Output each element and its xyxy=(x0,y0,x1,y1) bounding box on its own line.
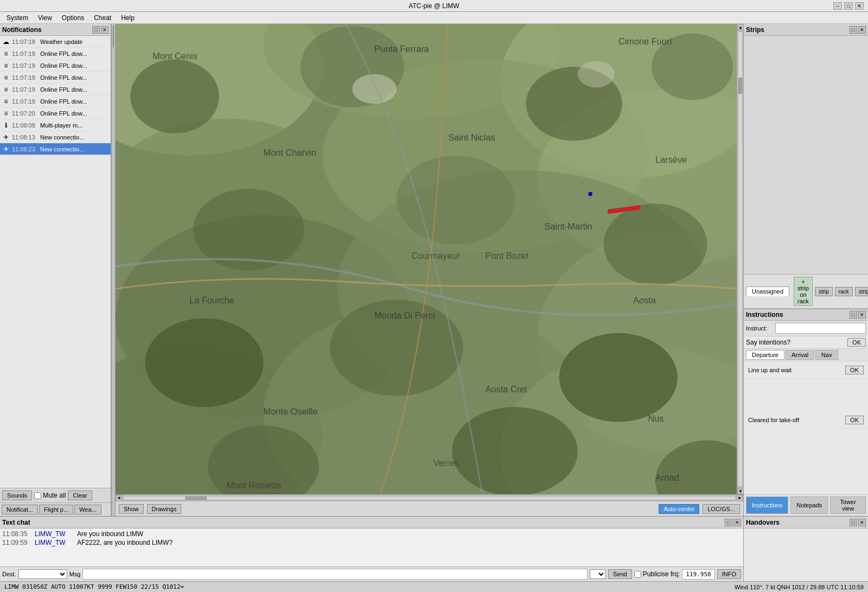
text-chat-close-btn[interactable]: ✕ xyxy=(733,519,741,526)
send-button[interactable]: Send xyxy=(608,569,632,579)
tab-nav[interactable]: Nav xyxy=(815,350,838,360)
handovers-pin-btn[interactable]: □ xyxy=(850,519,857,526)
add-strip-button[interactable]: + strip on rack xyxy=(794,277,813,306)
strips-header: Strips □ ✕ xyxy=(744,24,868,36)
menu-help[interactable]: Help xyxy=(117,13,139,23)
scroll-right-arrow[interactable]: ► xyxy=(737,495,743,501)
tab-arrival[interactable]: Arrival xyxy=(786,350,814,360)
status-right: Wind 110°, 7 kt QNH 1012 / 29.88 UTC 11:… xyxy=(735,584,864,590)
notification-item[interactable]: ≡ 11:07:19 Online FPL dow... xyxy=(0,96,111,107)
notif-time: 11:08:08 xyxy=(12,122,38,129)
map-vertical-scrollbar[interactable]: ▲ ▼ xyxy=(737,24,743,494)
instructions-pin-btn[interactable]: □ xyxy=(850,311,857,319)
instruction-ok-btn-1[interactable]: OK xyxy=(845,416,864,424)
map-horizontal-scrollbar[interactable]: ◄ ► xyxy=(116,494,743,501)
tab-notifications[interactable]: Notificat... xyxy=(2,505,38,514)
publicise-frq-checkbox[interactable] xyxy=(634,571,641,578)
mute-all-label[interactable]: Mute all xyxy=(34,492,66,499)
sounds-button[interactable]: Sounds xyxy=(2,491,32,500)
minimize-button[interactable]: – xyxy=(833,2,842,10)
svg-point-27 xyxy=(578,61,615,87)
dest-select[interactable] xyxy=(18,569,67,579)
svg-text:Larséve: Larséve xyxy=(655,155,687,164)
instruct-row: Instruct: xyxy=(744,321,868,336)
tab-instructions[interactable]: Instructions xyxy=(746,496,788,514)
bottom-area: Text chat □ ✕ 11:08:35 LIMW_TW Are you i… xyxy=(0,516,868,592)
notifications-pin-btn[interactable]: □ xyxy=(92,26,100,34)
auto-centre-button[interactable]: Auto-centre xyxy=(659,504,699,514)
notif-time: 11:08:13 xyxy=(12,134,38,141)
tab-departure[interactable]: Departure xyxy=(746,350,784,360)
tab-weather[interactable]: Wea... xyxy=(74,505,101,514)
strips-close-btn[interactable]: ✕ xyxy=(858,26,866,34)
notif-time: 11:07:18 xyxy=(12,39,38,45)
strip2-btn[interactable]: strip xyxy=(855,287,868,296)
notifications-close-btn[interactable]: ✕ xyxy=(101,26,108,34)
scroll-track[interactable] xyxy=(738,31,743,487)
tab-tower-view[interactable]: Tower view xyxy=(830,496,866,514)
titlebar-controls: – □ ✕ xyxy=(833,2,864,10)
instructions-close-btn[interactable]: ✕ xyxy=(858,311,866,319)
tab-notepads[interactable]: Notepads xyxy=(790,496,828,514)
notif-text: New connectio... xyxy=(40,134,84,141)
equals-icon: ≡ xyxy=(2,50,10,58)
mute-all-checkbox[interactable] xyxy=(34,492,41,499)
svg-text:Saint-Martin: Saint-Martin xyxy=(545,221,592,231)
text-chat-pin-btn[interactable]: □ xyxy=(725,519,732,526)
strips-toolbar: Unassigned + strip on rack strip rack st… xyxy=(744,275,868,309)
notification-item[interactable]: ≡ 11:07:19 Online FPL dow... xyxy=(0,72,111,84)
svg-text:Mont Cenis: Mont Cenis xyxy=(152,51,197,61)
instruction-ok-btn-0[interactable]: OK xyxy=(845,366,864,374)
handovers-close-btn[interactable]: ✕ xyxy=(858,519,866,526)
message-input[interactable] xyxy=(82,569,587,580)
show-button[interactable]: Show xyxy=(119,504,144,514)
equals-icon: ≡ xyxy=(2,86,10,93)
svg-point-26 xyxy=(352,74,397,104)
drawings-button[interactable]: Drawings xyxy=(147,504,182,514)
hscroll-track[interactable] xyxy=(123,496,736,500)
notification-item[interactable]: ≡ 11:07:19 Online FPL dow... xyxy=(0,84,111,96)
scroll-down-arrow[interactable]: ▼ xyxy=(737,488,743,494)
menu-cheat[interactable]: Cheat xyxy=(90,13,116,23)
notification-item[interactable]: ☁ 11:07:18 Weather update xyxy=(0,36,111,48)
notification-item[interactable]: ≡ 11:07:19 Online FPL dow... xyxy=(0,48,111,60)
notif-text: Multi-player m... xyxy=(40,122,82,129)
menu-system[interactable]: System xyxy=(2,13,33,23)
say-intentions-ok-btn[interactable]: OK xyxy=(847,338,866,347)
status-left: LIMW 031050Z AUTO 11007KT 9999 FEW150 22… xyxy=(4,583,184,590)
scroll-left-arrow[interactable]: ◄ xyxy=(116,495,122,501)
chat-input-row: Dest. Msg Send Publicise frq: 119.950 IN… xyxy=(0,566,743,581)
notif-bottom-bar: Sounds Mute all Clear xyxy=(0,488,111,502)
strip-btn[interactable]: strip xyxy=(815,287,833,296)
scroll-up-arrow[interactable]: ▲ xyxy=(737,24,743,30)
text-chat-area: Text chat □ ✕ 11:08:35 LIMW_TW Are you i… xyxy=(0,516,868,581)
strips-pin-btn[interactable]: □ xyxy=(850,26,857,34)
publicise-frq-label[interactable]: Publicise frq: xyxy=(634,570,680,578)
menu-options[interactable]: Options xyxy=(58,13,88,23)
map-container[interactable]: Mont Cenis Punta Ferrara Cimone Fuori Mo… xyxy=(116,24,737,494)
text-chat-title: Text chat xyxy=(2,519,30,526)
chat-text: Are you inbound LIMW xyxy=(77,530,741,538)
instruct-input[interactable] xyxy=(775,323,866,334)
unassigned-tab[interactable]: Unassigned xyxy=(746,287,789,296)
notification-item[interactable]: ✈ 11:08:13 New connectio... xyxy=(0,131,111,143)
clear-button[interactable]: Clear xyxy=(68,491,92,500)
maximize-button[interactable]: □ xyxy=(844,2,853,10)
notification-item[interactable]: ≡ 11:07:19 Online FPL dow... xyxy=(0,60,111,72)
svg-text:Verres: Verres xyxy=(433,458,459,468)
close-button[interactable]: ✕ xyxy=(855,2,864,10)
tab-flight-plan[interactable]: Flight p... xyxy=(39,505,73,514)
rack-btn[interactable]: rack xyxy=(835,287,853,296)
instruction-row-1: Cleared for take-off OK xyxy=(744,411,868,429)
notification-item[interactable]: ℹ 11:08:08 Multi-player m... xyxy=(0,119,111,131)
notification-item[interactable]: ✈ 11:08:23 New connectio... xyxy=(0,143,111,155)
menu-view[interactable]: View xyxy=(34,13,56,23)
instruction-text-0: Line up and wait xyxy=(748,367,792,373)
handovers-header-btns: □ ✕ xyxy=(850,519,866,526)
status-bar: LIMW 031050Z AUTO 11007KT 9999 FEW150 22… xyxy=(0,581,868,592)
svg-text:Punta Ferrara: Punta Ferrara xyxy=(374,44,430,54)
notification-item[interactable]: ≡ 11:07:20 Online FPL dow... xyxy=(0,107,111,119)
freq-select[interactable] xyxy=(590,569,606,579)
loc-gs-button[interactable]: LOC/GS... xyxy=(703,504,740,514)
info-button[interactable]: INFO xyxy=(717,569,741,579)
